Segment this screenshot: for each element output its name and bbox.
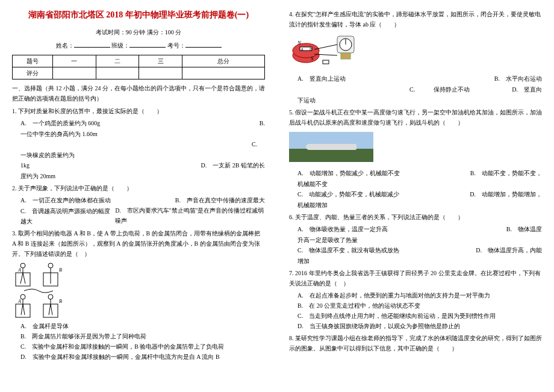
q4-C: 保持静止不动 (434, 84, 470, 95)
q5-B2: 机械能不变 (297, 179, 542, 189)
q3-figure: A B A B (12, 261, 265, 321)
q1-D-label: D. 一支新 2B 铅笔的长 (201, 160, 265, 171)
q6-stem: 6. 关于温度、内能、热量三者的关系，下列说法正确的是（ ） (289, 212, 542, 222)
svg-line-13 (23, 304, 25, 315)
q5-A: A. 动能增加，势能减少，机械能不变 (297, 168, 400, 179)
svg-point-9 (20, 294, 25, 299)
q6-B2: 升高一定是吸收了热量 (297, 235, 542, 245)
label-examno: 考号： (167, 42, 185, 49)
svg-rect-34 (323, 60, 329, 64)
q1-D-val: 度约为 20mm (20, 171, 265, 181)
svg-rect-16 (43, 304, 58, 317)
label-name: 姓名： (56, 42, 74, 49)
q5-stem: 5. 假设一架战斗机正在空中某一高度做匀速飞行，另一架空中加油机给其加油，如图所… (289, 107, 542, 128)
svg-rect-11 (16, 304, 30, 317)
section1-header: 一、选择题（共 12 小题，满分 24 分，在每小题给出的四个选项中，只有一个是… (12, 83, 265, 104)
q4-C-label: C. (409, 84, 415, 95)
svg-text:A: A (17, 299, 21, 304)
q7-D: D. 当王镇身披国旗绕场奔跑时，以观众为参照物他是静止的 (297, 321, 542, 331)
q3-B: B. 两金属箔片能够张开是因为带上了同种电荷 (20, 331, 265, 341)
cell (53, 67, 96, 79)
q1-C-label: C. (252, 139, 257, 150)
q2-C: C. 音调越高说明声源振动的幅度越大 (20, 206, 115, 226)
q6-B: B. 物体温度 (506, 224, 542, 235)
q1-stem: 1. 下列对质量和长度的估算中，最接近实际的是（ ） (12, 106, 265, 116)
svg-text:S: S (311, 55, 314, 61)
q1-B-label: B. (260, 118, 265, 129)
q5-D: D. 动能增加，势能增加， (470, 189, 542, 200)
cell (139, 67, 182, 79)
svg-point-14 (48, 294, 53, 299)
q7-B: B. 在 20 公里竞走过程中，他的运动状态不变 (297, 300, 542, 311)
cell: 三 (139, 55, 182, 67)
blank-name (74, 41, 110, 48)
q6-D: D. 物体温度升高，内能 (476, 245, 542, 256)
cell (182, 67, 265, 79)
svg-line-12 (21, 304, 23, 315)
q1-C-pre: 一块橡皮的质量约为 (20, 150, 265, 160)
cell: 二 (96, 55, 139, 67)
q1-B: 一位中学生的身高约为 1.60m (20, 129, 265, 139)
q3-A: A. 金属杆是导体 (20, 321, 265, 331)
svg-text:a: a (301, 46, 303, 52)
score-table: 题号 一 二 三 总分 评分 (12, 55, 265, 79)
svg-text:B: B (59, 267, 62, 273)
q2-D: D. 市区内要求汽车"禁止鸣笛"是在声音的传播过程减弱噪声 (115, 206, 265, 226)
svg-rect-2 (16, 273, 30, 286)
cell: 一 (53, 55, 96, 67)
q3-stem: 3. 取两个相同的验电器 A 和 B，使 A 带上负电荷，B 的金属箔闭合，用带… (12, 228, 265, 259)
q8-stem: 8. 某研究性学习课题小组在徐老师的指导下，完成了水的体积随温度变化的研究，得到… (289, 333, 542, 353)
q2-A: A. 一切正在发声的物体都在振动 (20, 195, 111, 206)
table-row: 题号 一 二 三 总分 (13, 55, 265, 67)
right-column: 4. 在探究"怎样产生感应电流"的实验中，蹄形磁体水平放置，如图所示，闭合开关，… (277, 0, 554, 392)
exam-title: 湖南省邵阳市北塔区 2018 年初中物理毕业班考前押题卷(一) (12, 7, 265, 22)
q4-D: D. 竖直向 (512, 84, 542, 95)
cell: 评分 (13, 67, 53, 79)
airplane-image (289, 132, 373, 162)
cell: 题号 (13, 55, 53, 67)
svg-line-18 (51, 304, 52, 315)
magnet-circuit-icon: N S ab (289, 31, 367, 73)
q6-C: C. 物体温度不变，就没有吸热或放热 (297, 245, 399, 256)
svg-rect-33 (341, 53, 350, 59)
q7-C: C. 当走到终点线停止用力时，他还能继续向前运动，是因为受到惯性作用 (297, 311, 542, 321)
q3-C: C. 实验中金属杆和金属球接触的一瞬间，B 验电器中的金属箔带上了负电荷 (20, 341, 265, 352)
q3-D: D. 实验中金属杆和金属球接触的一瞬间，金属杆中电流方向是自 A 流向 B (20, 352, 265, 362)
q4-D2: 下运动 (297, 95, 542, 105)
q2-stem: 2. 关于声现象，下列说法中正确的是（ ） (12, 183, 265, 193)
exam-time-score: 考试时间：90 分钟 满分：100 分 (12, 27, 265, 38)
q7-stem: 7. 2016 年里约冬奥会上我省选手王镇获得了田径男子 20 公里竞走金牌。在… (289, 268, 542, 288)
blank-class (129, 41, 166, 48)
svg-line-4 (23, 273, 25, 284)
exam-student-meta: 姓名： 班级： 考号： (12, 40, 265, 51)
table-row: 评分 (13, 67, 265, 79)
q4-A: A. 竖直向上运动 (297, 73, 346, 84)
q6-D2: 增加 (297, 256, 542, 266)
svg-point-0 (20, 263, 25, 268)
electroscope-icon: A B A B (12, 261, 66, 321)
svg-text:N: N (297, 40, 302, 46)
q5-B: B. 动能不变，势能不变， (470, 168, 542, 179)
blank-examno (185, 41, 222, 48)
q4-B: B. 水平向右运动 (494, 73, 542, 84)
svg-text:B: B (59, 299, 62, 304)
q4-figure: N S ab (289, 31, 542, 73)
q2-B: B. 声音在真空中传播的速度最大 (175, 195, 265, 206)
q6-A: A. 物体吸收热量，温度一定升高 (297, 224, 388, 235)
q1-C-val: 1kg (20, 160, 30, 171)
cell: 总分 (182, 55, 265, 67)
left-column: 湖南省邵阳市北塔区 2018 年初中物理毕业班考前押题卷(一) 考试时间：90 … (0, 0, 277, 392)
svg-text:b: b (310, 46, 312, 52)
svg-point-5 (48, 263, 53, 268)
svg-text:A: A (17, 267, 21, 273)
svg-line-3 (20, 273, 23, 284)
q5-C: C. 动能减少，势能不变，机械能减少 (297, 189, 399, 200)
cell (96, 67, 139, 79)
q5-D2: 机械能增加 (297, 200, 542, 210)
q4-stem: 4. 在探究"怎样产生感应电流"的实验中，蹄形磁体水平放置，如图所示，闭合开关，… (289, 9, 542, 30)
q1-A: A. 一个鸡蛋的质量约为 600g (20, 118, 100, 129)
label-class: 班级： (111, 42, 129, 49)
q7-A: A. 在起点准备起步时，他受到的重力与地面对他的支持力是一对平衡力 (297, 290, 542, 300)
svg-line-17 (49, 304, 51, 315)
